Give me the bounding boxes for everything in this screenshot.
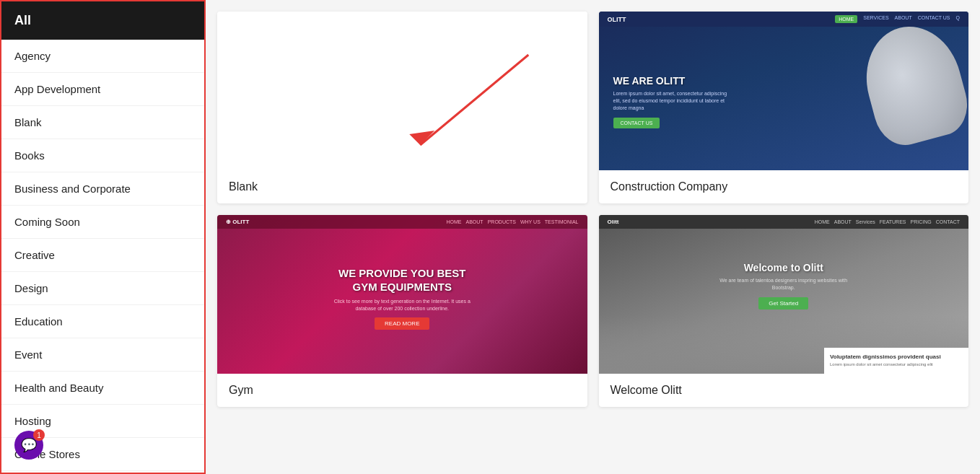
olitt-logo: Olitt (608, 219, 619, 225)
blank-label-text: Blank (229, 180, 258, 193)
gym-nav-links: HOME ABOUT PRODUCTS WHY US TESTIMONIAL (447, 219, 579, 224)
olitt-label-text: Welcome Olitt (611, 384, 682, 396)
card-olitt-image: Olitt HOME ABOUT Services FEATURES PRICI… (599, 215, 969, 374)
card-construction-image: OLITT HOME SERVICES ABOUT CONTACT US Q W… (599, 12, 969, 170)
gym-nav-products: PRODUCTS (488, 219, 516, 224)
construction-nav-about: ABOUT (895, 15, 912, 23)
sidebar: All AgencyApp DevelopmentBlankBooksBusin… (0, 0, 206, 474)
card-construction[interactable]: OLITT HOME SERVICES ABOUT CONTACT US Q W… (599, 12, 969, 203)
sidebar-item-creative[interactable]: Creative (1, 239, 204, 272)
olitt-text: We are team of talentoa designers inspri… (712, 277, 856, 291)
card-blank-label: Blank (217, 170, 587, 203)
olitt-nav-pricing: PRICING (911, 219, 932, 224)
construction-cta: CONTACT US (613, 118, 660, 128)
olitt-content-text: Lorem ipsum dolor sit amet consectetur a… (830, 362, 963, 368)
gym-heading: WE PROVIDE YOU BESTGYM EQUIPMENTS (330, 266, 474, 294)
card-gym[interactable]: ⊕ OLITT HOME ABOUT PRODUCTS WHY US TESTI… (217, 215, 587, 407)
olitt-content-block: Voluptatem dignissimos provident quasi L… (824, 348, 968, 374)
sidebar-item-business-and-corporate[interactable]: Business and Corporate (1, 172, 204, 206)
gym-label-text: Gym (229, 384, 253, 396)
gym-text: Click to see more by text generation on … (330, 298, 474, 312)
sidebar-item-blank[interactable]: Blank (1, 106, 204, 139)
construction-logo: OLITT (608, 16, 626, 23)
construction-text: Lorem ipsum dolor sit amet, consectetur … (613, 90, 729, 111)
sidebar-all-label: All (14, 13, 31, 27)
olitt-nav-links: HOME ABOUT Services FEATURES PRICING CON… (815, 219, 960, 224)
sidebar-header: All (1, 1, 204, 40)
sidebar-item-health-and-beauty[interactable]: Health and Beauty (1, 372, 204, 405)
construction-nav-home: HOME (835, 15, 857, 23)
svg-line-0 (420, 55, 528, 145)
card-olitt-label: Welcome Olitt (599, 374, 969, 407)
sidebar-item-app-development[interactable]: App Development (1, 73, 204, 106)
construction-nav-contact: CONTACT US (918, 15, 950, 23)
olitt-body: Welcome to Olitt We are team of talentoa… (704, 255, 863, 317)
gym-nav: ⊕ OLITT HOME ABOUT PRODUCTS WHY US TESTI… (217, 215, 587, 229)
olitt-nav-contact: CONTACT (936, 219, 960, 224)
construction-nav: OLITT HOME SERVICES ABOUT CONTACT US Q (599, 12, 969, 27)
card-blank-image (217, 12, 587, 170)
construction-body: WE ARE OLITT Lorem ipsum dolor sit amet,… (613, 75, 729, 128)
construction-helmet-decoration (854, 16, 968, 152)
construction-nav-links: HOME SERVICES ABOUT CONTACT US Q (835, 15, 960, 23)
sidebar-item-coming-soon[interactable]: Coming Soon (1, 206, 204, 239)
sidebar-item-design[interactable]: Design (1, 272, 204, 305)
construction-nav-search: Q (956, 15, 960, 23)
olitt-heading: Welcome to Olitt (712, 262, 856, 273)
olitt-nav: Olitt HOME ABOUT Services FEATURES PRICI… (599, 215, 969, 229)
sidebar-item-event[interactable]: Event (1, 338, 204, 372)
card-blank[interactable]: Blank (217, 12, 587, 203)
olitt-nav-home: HOME (815, 219, 830, 224)
main-content: Blank OLITT HOME SERVICES ABOUT CONTACT … (206, 0, 980, 474)
olitt-nav-about: ABOUT (834, 219, 852, 224)
card-gym-image: ⊕ OLITT HOME ABOUT PRODUCTS WHY US TESTI… (217, 215, 587, 374)
olitt-nav-services: Services (856, 219, 875, 224)
templates-grid: Blank OLITT HOME SERVICES ABOUT CONTACT … (217, 12, 968, 407)
sidebar-items-list: AgencyApp DevelopmentBlankBooksBusiness … (1, 40, 204, 471)
card-welcome-olitt[interactable]: Olitt HOME ABOUT Services FEATURES PRICI… (599, 215, 969, 407)
sidebar-item-agency[interactable]: Agency (1, 40, 204, 73)
svg-marker-1 (409, 131, 434, 145)
gym-body: WE PROVIDE YOU BESTGYM EQUIPMENTS Click … (330, 266, 474, 330)
olitt-nav-features: FEATURES (880, 219, 906, 224)
chat-bubble[interactable]: 💬 1 (14, 431, 43, 460)
card-gym-label: Gym (217, 374, 587, 407)
olitt-content-heading: Voluptatem dignissimos provident quasi (830, 354, 963, 360)
gym-cta: READ MORE (375, 317, 429, 330)
sidebar-item-books[interactable]: Books (1, 139, 204, 172)
gym-logo: ⊕ OLITT (226, 219, 249, 225)
olitt-cta: Get Started (758, 297, 808, 310)
construction-label-text: Construction Company (611, 180, 728, 193)
blank-arrow-svg (217, 12, 587, 170)
card-construction-label: Construction Company (599, 170, 969, 203)
construction-heading: WE ARE OLITT (613, 75, 729, 87)
gym-nav-home: HOME (447, 219, 462, 224)
chat-icon: 💬 (21, 437, 37, 453)
construction-nav-services: SERVICES (863, 15, 888, 23)
gym-nav-testimonial: TESTIMONIAL (545, 219, 579, 224)
chat-badge: 1 (33, 429, 45, 441)
gym-nav-whyus: WHY US (520, 219, 541, 224)
gym-nav-about: ABOUT (466, 219, 484, 224)
sidebar-item-education[interactable]: Education (1, 305, 204, 338)
